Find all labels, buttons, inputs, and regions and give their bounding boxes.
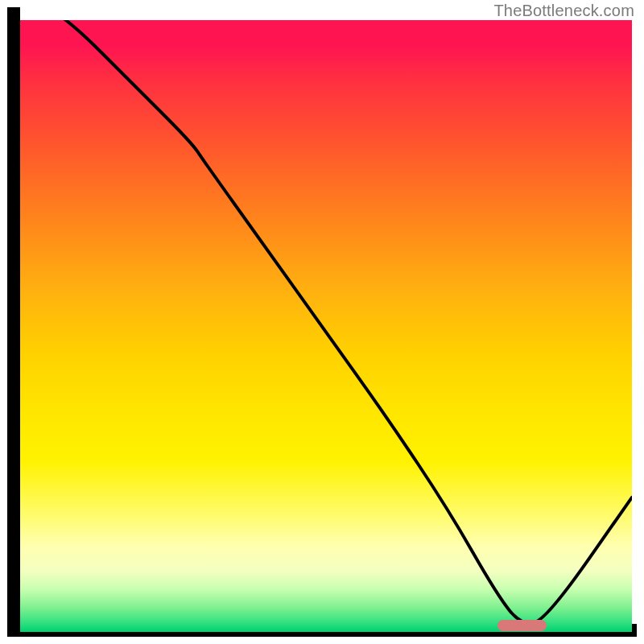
attribution-text: TheBottleneck.com [493, 2, 634, 20]
plot-area [20, 20, 632, 632]
axis-top-stub [7, 7, 20, 20]
optimal-range-marker [497, 620, 547, 631]
axis-left [7, 7, 20, 637]
chart-frame: TheBottleneck.com [0, 0, 644, 644]
bottleneck-curve [20, 20, 632, 632]
